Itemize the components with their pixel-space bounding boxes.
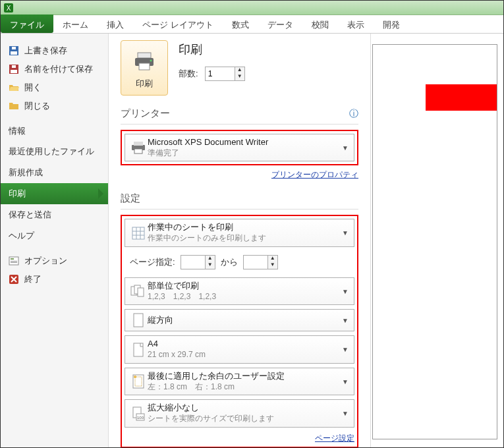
sidebar-open[interactable]: 開く [1,78,108,97]
tab-review[interactable]: 校閲 [302,15,338,33]
collate-icon [129,285,148,298]
excel-icon: X [3,3,14,13]
spinner-down-icon[interactable]: ▼ [235,74,244,80]
sidebar-new[interactable]: 新規作成 [1,162,108,183]
svg-rect-15 [139,63,150,70]
save-icon [9,45,19,56]
copies-spinner[interactable]: ▲▼ [205,67,245,81]
sidebar-save-send[interactable]: 保存と送信 [1,204,108,225]
printer-small-icon [129,141,148,154]
collate-dropdown[interactable]: 部単位で印刷 1,2,3 1,2,3 1,2,3 ▼ [125,277,354,305]
sidebar-info[interactable]: 情報 [1,121,108,142]
scaling-icon: 100 [129,406,148,421]
svg-point-32 [134,376,136,378]
svg-text:100: 100 [137,416,144,420]
tab-insert[interactable]: 挿入 [98,15,133,33]
svg-rect-7 [12,65,16,68]
backstage-sidebar: 上書き保存 名前を付けて保存 開く 閉じる 情報 最近使用したファイル 新規作成… [1,34,109,447]
preview-page [372,44,497,439]
preview-content-highlight [426,84,497,111]
svg-rect-3 [11,51,17,55]
saveas-icon [9,64,19,74]
sidebar-saveas[interactable]: 名前を付けて保存 [1,60,108,78]
page-range-row: ページ指定: ▲▼ から ▲▼ [125,251,354,273]
svg-rect-4 [12,47,16,49]
page-to-input[interactable] [244,256,267,269]
copies-input[interactable] [206,67,235,80]
printer-properties-link[interactable]: プリンターのプロパティ [271,170,358,179]
page-from-spinner[interactable]: ▲▼ [181,255,215,269]
printer-dropdown[interactable]: Microsoft XPS Document Writer 準備完了 ▼ [125,134,354,161]
svg-rect-11 [11,262,17,263]
chevron-down-icon: ▼ [341,346,350,353]
sidebar-help[interactable]: ヘルプ [1,225,108,246]
pages-sep: から [221,256,238,268]
chevron-down-icon: ▼ [341,317,350,324]
print-preview [371,34,503,447]
chevron-down-icon: ▼ [341,144,350,152]
print-scope-dropdown[interactable]: 作業中のシートを印刷 作業中のシートのみを印刷します ▼ [125,219,354,246]
sheet-icon [129,226,148,240]
margins-icon [129,374,148,389]
sidebar-item-label: 閉じる [24,100,50,112]
svg-rect-20 [132,227,144,239]
sidebar-item-label: 名前を付けて保存 [24,63,93,75]
svg-text:X: X [7,5,11,12]
sidebar-options[interactable]: オプション [1,252,108,270]
scaling-dropdown[interactable]: 100 拡大縮小なし シートを実際のサイズで印刷します ▼ [125,399,354,427]
paper-dropdown[interactable]: A4 21 cm x 29.7 cm ▼ [125,335,354,363]
chevron-down-icon: ▼ [341,378,350,385]
printer-status: 準備完了 [148,148,341,159]
ribbon-tabs: ファイル ホーム 挿入 ページ レイアウト 数式 データ 校閲 表示 開発 [1,15,503,34]
folder-open-icon [9,82,19,93]
svg-rect-27 [138,288,144,296]
sidebar-exit[interactable]: 終了 [1,270,108,289]
tab-developer[interactable]: 開発 [374,15,409,33]
folder-close-icon [9,101,19,111]
info-icon[interactable]: ⓘ [349,108,358,120]
printer-icon [132,51,156,74]
sidebar-item-label: オプション [24,255,67,267]
settings-section-head: 設定 [121,192,140,205]
print-button[interactable]: 印刷 [121,40,168,96]
portrait-icon [129,313,148,327]
page-setup-link[interactable]: ページ設定 [315,434,354,443]
sidebar-close[interactable]: 閉じる [1,97,108,115]
svg-rect-13 [138,53,151,58]
svg-point-16 [150,59,152,61]
sidebar-save[interactable]: 上書き保存 [1,42,108,60]
page-icon [129,343,148,357]
margins-dropdown[interactable]: 最後に適用した余白のユーザー設定 左：1.8 cm 右：1.8 cm ▼ [125,368,354,395]
svg-rect-18 [134,142,143,146]
printer-section-head: プリンター [121,107,170,120]
tab-home[interactable]: ホーム [53,15,98,33]
svg-rect-29 [134,343,143,356]
sidebar-item-label: 上書き保存 [24,45,67,57]
printer-name: Microsoft XPS Document Writer [148,137,341,148]
tab-file[interactable]: ファイル [1,14,53,33]
spinner-down-icon[interactable]: ▼ [206,262,215,269]
tab-pagelayout[interactable]: ページ レイアウト [133,15,223,33]
exit-icon [9,274,19,285]
orientation-dropdown[interactable]: 縦方向 ▼ [125,309,354,331]
svg-rect-10 [11,261,17,262]
tab-view[interactable]: 表示 [338,15,374,33]
titlebar: X [1,1,503,15]
options-icon [9,256,19,266]
svg-rect-9 [11,258,14,260]
print-panel: 印刷 印刷 部数: ▲▼ プリンターⓘ [109,34,371,447]
sidebar-recent[interactable]: 最近使用したファイル [1,142,108,162]
tab-data[interactable]: データ [258,15,302,33]
page-to-spinner[interactable]: ▲▼ [243,255,278,269]
svg-rect-28 [134,314,143,327]
svg-rect-6 [11,70,17,73]
tab-formulas[interactable]: 数式 [223,15,258,33]
page-from-input[interactable] [181,256,205,269]
pages-label: ページ指定: [130,256,175,268]
print-button-label: 印刷 [136,78,153,90]
chevron-down-icon: ▼ [341,288,350,295]
sidebar-print[interactable]: 印刷 [1,183,108,204]
copies-label: 部数: [179,68,198,80]
spinner-down-icon[interactable]: ▼ [268,262,277,269]
sidebar-item-label: 終了 [24,273,42,285]
